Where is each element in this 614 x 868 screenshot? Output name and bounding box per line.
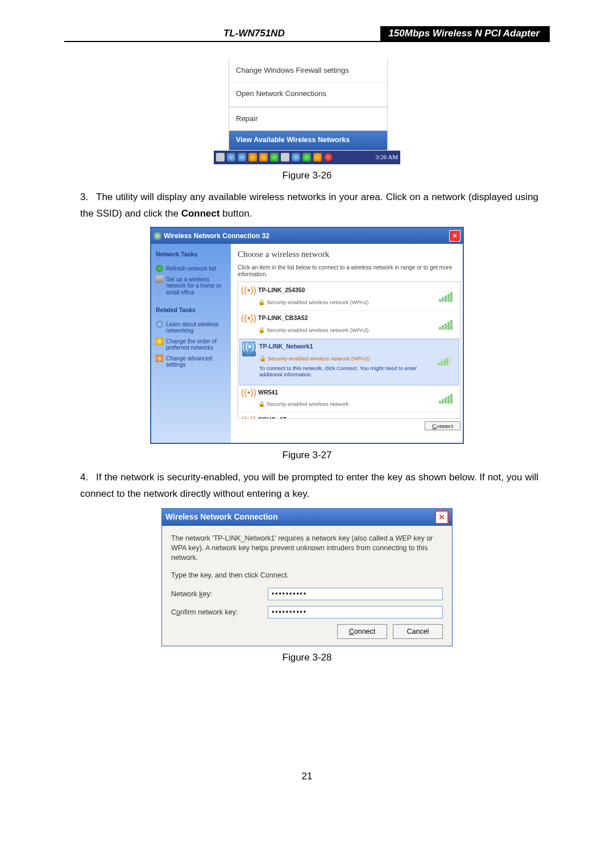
signal-icon [438,354,456,366]
window-titlebar: Wireless Network Connection 32 × [151,228,463,244]
link-order[interactable]: Change the order of preferred networks [156,337,226,352]
antenna-icon: ((•)) [241,285,255,300]
network-ssid: TP-LINK_254350 [258,285,435,296]
tray-icon[interactable] [313,153,322,161]
taskbar: 3:26 AM [214,151,400,164]
cancel-button[interactable]: Cancel [393,624,443,639]
tray-icon[interactable] [248,153,257,161]
lock-icon: 🔒 [259,355,266,362]
network-security: 🔒Security-enabled wireless network (WPA2… [258,297,435,307]
confirm-key-input[interactable] [268,606,443,618]
dialog-title: Wireless Network Connection [165,510,277,524]
page-number: 21 [64,771,550,782]
tray-icon[interactable] [216,153,225,161]
star-icon [156,338,163,345]
close-button[interactable]: × [449,230,460,242]
connect-button[interactable]: CConnectonnect [425,421,460,430]
network-ssid: TP-LINK_CB3A52 [258,313,435,323]
choose-network-title: Choose a wireless network [238,247,463,262]
context-menu: Change Windows Firewall settings Open Ne… [229,59,388,151]
dialog-hint: Type the key, and then click Connect. [171,571,443,580]
signal-icon [439,318,457,330]
product-model: TL-WN751ND [223,28,285,39]
network-key-input[interactable] [268,588,443,600]
network-item[interactable]: ((•))TP-LINK_Network1🔒Security-enabled w… [239,339,459,385]
lock-icon: 🔒 [258,401,265,407]
label-network-key: Network key: [171,589,268,599]
menu-repair[interactable]: Repair [229,107,387,131]
network-security: 🔒Security-enabled wireless network [258,399,435,409]
window-title: Wireless Network Connection 32 [164,230,269,242]
network-hint: To connect to this network, click Connec… [259,366,434,378]
network-security: 🔒Security-enabled wireless network (WPA2… [258,325,435,335]
caption-3-26: Figure 3-26 [64,168,550,184]
tray-icon[interactable] [238,153,246,161]
network-list: ((•))TP-LINK_254350🔒Security-enabled wir… [238,281,460,419]
info-icon [156,321,163,328]
caption-3-28: Figure 3-28 [64,650,550,666]
network-item[interactable]: ((•))TP-LINK_254350🔒Security-enabled wir… [239,283,459,311]
choose-network-subtitle: Click an item in the list below to conne… [238,264,463,278]
signal-icon [439,392,457,404]
tray-icon[interactable] [292,153,300,161]
lock-icon: 🔒 [258,327,265,333]
antenna-icon: ((•)) [241,313,255,328]
network-item[interactable]: ((•))SOHO_AT [239,413,459,418]
link-learn[interactable]: Learn about wireless networking [156,320,226,335]
menu-open-connections[interactable]: Open Network Connections [229,82,387,106]
menu-firewall[interactable]: Change Windows Firewall settings [229,59,387,82]
link-refresh[interactable]: Refresh network list [156,264,226,273]
network-ssid: TP-LINK_Network1 [259,342,434,352]
side-panel: Network Tasks Refresh network list Set u… [151,244,231,443]
link-setup-network[interactable]: Set up a wireless network for a home or … [156,275,226,297]
dialog-titlebar: Wireless Network Connection × [162,509,452,526]
link-advanced[interactable]: Change advanced settings [156,354,226,369]
tray-icon[interactable] [281,153,289,161]
network-ssid: WR541 [258,388,435,398]
network-security: 🔒Security-enabled wireless network (WPA2… [259,354,434,363]
label-confirm-key: Confirm network key: [171,608,268,617]
caption-3-27: Figure 3-27 [64,447,550,464]
close-button[interactable]: × [435,510,449,524]
related-tasks-head: Related Tasks [156,305,226,315]
product-desc: 150Mbps Wireless N PCI Adapter [380,26,550,41]
figure-3-26: Change Windows Firewall settings Open Ne… [214,59,400,164]
figure-3-28: Wireless Network Connection × The networ… [161,508,453,647]
step-3-text: 3.The utility will display any available… [80,189,538,222]
dialog-message: The network 'TP-LINK_Network1' requires … [171,534,443,563]
antenna-icon: ((•)) [242,342,256,356]
antenna-icon [154,232,161,240]
dialog-body: The network 'TP-LINK_Network1' requires … [162,526,452,646]
refresh-icon [156,265,163,272]
network-item[interactable]: ((•))TP-LINK_CB3A52🔒Security-enabled wir… [239,311,459,339]
signal-icon [439,290,457,302]
network-tasks-head: Network Tasks [156,250,226,260]
setup-icon [156,276,163,283]
tray-icon[interactable] [302,153,311,161]
main-panel: Choose a wireless network Click an item … [231,244,463,443]
tray-icon[interactable] [227,153,235,161]
antenna-icon: ((•)) [241,388,255,402]
tray-icon[interactable] [270,153,279,161]
taskbar-time: 3:26 AM [376,152,398,163]
network-item[interactable]: ((•))WR541🔒Security-enabled wireless net… [239,385,459,413]
step-4-text: 4.If the network is security-enabled, yo… [80,470,538,502]
tray-icon[interactable] [324,153,333,161]
connect-button[interactable]: Connect [337,624,387,639]
advanced-icon [156,355,163,362]
menu-view-networks[interactable]: View Available Wireless Networks [229,131,387,150]
lock-icon: 🔒 [258,299,265,305]
page-header: TL-WN751ND 150Mbps Wireless N PCI Adapte… [64,26,550,42]
tray-icon[interactable] [259,153,268,161]
figure-3-27: Wireless Network Connection 32 × Network… [150,227,464,444]
